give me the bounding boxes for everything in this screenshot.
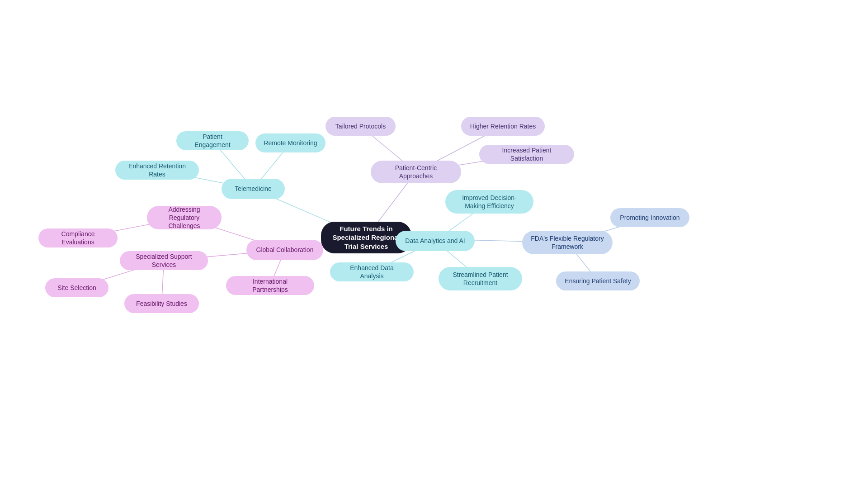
node-intl-partnerships: International Partnerships <box>226 276 314 295</box>
node-patient-centric: Patient-Centric Approaches <box>371 161 461 183</box>
node-higher-retention: Higher Retention Rates <box>461 117 545 136</box>
node-remote-monitoring: Remote Monitoring <box>255 133 326 152</box>
node-ensuring-safety: Ensuring Patient Safety <box>556 271 640 290</box>
node-telemedicine: Telemedicine <box>222 179 285 199</box>
node-fda-framework: FDA's Flexible Regulatory Framework <box>522 231 613 254</box>
node-enhanced-data: Enhanced Data Analysis <box>330 262 414 281</box>
node-streamlined-recruit: Streamlined Patient Recruitment <box>439 267 522 290</box>
node-enhanced-retention: Enhanced Retention Rates <box>115 161 199 180</box>
node-feasibility-studies: Feasibility Studies <box>124 294 199 313</box>
mindmap-container: Future Trends in Specialized Regional Tr… <box>0 0 868 490</box>
node-increased-satisfaction: Increased Patient Satisfaction <box>479 145 574 164</box>
node-compliance-eval: Compliance Evaluations <box>38 228 118 247</box>
node-specialized-support: Specialized Support Services <box>120 251 208 270</box>
node-promoting-innovation: Promoting Innovation <box>610 208 689 227</box>
node-site-selection: Site Selection <box>45 278 108 297</box>
node-tailored-protocols: Tailored Protocols <box>326 117 396 136</box>
node-global-collab: Global Collaboration <box>246 240 323 260</box>
node-data-analytics: Data Analytics and AI <box>396 231 475 251</box>
node-improved-decision: Improved Decision-Making Efficiency <box>445 190 533 214</box>
node-addressing-regulatory: Addressing Regulatory Challenges <box>147 206 222 229</box>
node-patient-engagement: Patient Engagement <box>176 131 249 150</box>
